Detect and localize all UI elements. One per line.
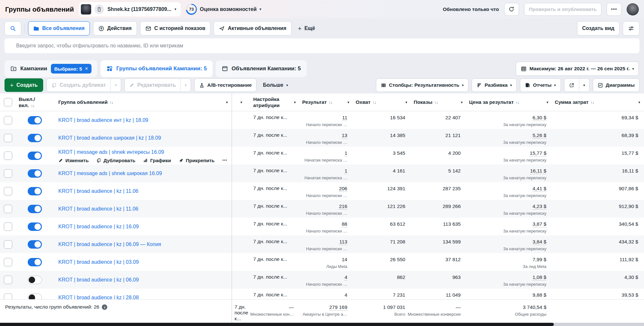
row-toggle[interactable] xyxy=(28,116,42,124)
col-header-reach[interactable]: Охват↑↓▾ xyxy=(353,94,411,111)
col-header-toggle[interactable]: Выкл./ вкл.↑↓ xyxy=(16,94,53,111)
more-actions-button[interactable]: Больше ▾ xyxy=(260,82,291,88)
pin-action[interactable]: Прикрепить xyxy=(179,158,215,163)
adset-name-link[interactable]: KROT | broad audience | kz | 06.09 xyxy=(58,277,232,283)
cpr-value[interactable]: 3,84 $ xyxy=(533,239,546,245)
opportunity-score[interactable]: 73 Оценка возможностей ▾ xyxy=(186,4,261,15)
col-header-collapsed[interactable]: ▾ xyxy=(232,94,251,111)
row-toggle[interactable] xyxy=(28,222,42,231)
row-checkbox[interactable] xyxy=(4,187,12,195)
result-value[interactable]: 1 xyxy=(344,168,347,174)
result-value[interactable]: 13 xyxy=(342,133,347,139)
row-toggle[interactable] xyxy=(28,258,42,266)
duplicate-button[interactable]: Создать дубликат xyxy=(47,79,111,92)
edit-dropdown[interactable]: ▾ xyxy=(180,79,191,92)
adset-name-link[interactable]: KROT | broad audience инт | kz | 18.09 xyxy=(58,117,232,123)
col-header-attribution[interactable]: Настройка атрибуции ▾ xyxy=(251,94,300,111)
cpr-value[interactable]: 4,41 $ xyxy=(533,186,546,192)
horizontal-scrollbar[interactable] xyxy=(0,323,554,326)
more-row-actions[interactable]: ⋯ xyxy=(222,157,227,163)
row-checkbox[interactable] xyxy=(4,258,12,266)
duplicate-dropdown[interactable]: ▾ xyxy=(111,79,121,92)
result-value[interactable]: 4 xyxy=(344,292,347,298)
view-settings-button[interactable] xyxy=(623,21,639,35)
result-value[interactable]: 113 xyxy=(339,239,347,245)
cpr-value[interactable]: 1,08 $ xyxy=(533,274,546,281)
filter-had-delivery[interactable]: С историей показов xyxy=(140,21,211,35)
adset-name-link[interactable]: KROT | broad audience | kz | 11.06 xyxy=(58,188,232,194)
col-header-impressions[interactable]: Показы↑↓▾ xyxy=(411,94,466,111)
breakdown-button[interactable]: Разбивка ▾ xyxy=(472,78,517,92)
duplicate-action[interactable]: Дублировать xyxy=(96,158,135,163)
adset-name-link[interactable]: KROT | broad audience | kz | 06.09 — Коп… xyxy=(58,242,232,247)
row-toggle[interactable] xyxy=(28,240,42,249)
select-all-checkbox[interactable] xyxy=(4,98,12,106)
row-checkbox[interactable] xyxy=(4,152,12,160)
result-value[interactable]: 4 xyxy=(344,274,347,281)
row-checkbox[interactable] xyxy=(4,276,12,284)
refresh-button[interactable] xyxy=(504,3,519,16)
row-checkbox[interactable] xyxy=(4,116,12,124)
row-toggle[interactable] xyxy=(28,134,42,142)
col-header-name[interactable]: Группа объявлений↑↓ ▾ xyxy=(53,94,232,111)
row-checkbox[interactable] xyxy=(4,205,12,213)
filter-active-ads[interactable]: Активные объявления xyxy=(214,21,292,35)
search-filter-button[interactable] xyxy=(5,21,21,35)
date-range-button[interactable]: Максимум: 26 авг 2022 г. — 26 сен 2025 г… xyxy=(516,62,639,76)
columns-button[interactable]: Столбцы: Результативность ▾ xyxy=(376,78,468,92)
result-value[interactable]: 14 xyxy=(342,257,347,262)
row-checkbox[interactable] xyxy=(4,169,12,178)
filter-actions[interactable]: Действия xyxy=(93,21,137,35)
row-toggle[interactable] xyxy=(28,205,42,213)
result-value[interactable]: 88 xyxy=(342,221,347,227)
result-value[interactable]: 1 xyxy=(344,150,347,156)
row-toggle[interactable] xyxy=(28,187,42,195)
edit-button[interactable]: Редактировать xyxy=(125,79,180,92)
search-input[interactable] xyxy=(5,38,639,53)
export-button[interactable] xyxy=(564,79,579,92)
account-selector[interactable]: Shnek.kz (119756977809... ▾ xyxy=(79,2,181,16)
tab-ads[interactable]: Объявления Кампании: 5 xyxy=(216,60,307,77)
charts-button[interactable]: Диаграммы xyxy=(593,78,639,92)
cpr-value[interactable]: 5,26 $ xyxy=(533,133,546,139)
adset-name-link[interactable]: KROT | message ads | shnek широкая 16.09 xyxy=(58,171,232,176)
cpr-value[interactable]: 9,88 $ xyxy=(533,292,546,298)
export-dropdown[interactable]: ▾ xyxy=(579,79,590,92)
row-toggle[interactable] xyxy=(28,169,42,178)
cpr-value[interactable]: 4,23 $ xyxy=(533,203,546,210)
ab-test-button[interactable]: A/B-тестирование xyxy=(194,78,256,92)
filter-all-ads[interactable]: Все объявления xyxy=(28,21,90,35)
result-value[interactable]: 206 xyxy=(339,186,347,192)
review-publish-button[interactable]: Проверить и опубликовать xyxy=(524,3,601,16)
row-toggle[interactable] xyxy=(28,152,42,160)
adset-name-link[interactable]: KROT | broad audience | kz | 16.09 xyxy=(58,224,232,230)
col-header-result[interactable]: Результат↑↓▾ xyxy=(300,94,353,111)
row-checkbox[interactable] xyxy=(4,222,12,231)
filter-more-button[interactable]: + Ещё xyxy=(295,25,318,32)
adset-name-link[interactable]: KROT | broad audience | kz | 11.06 xyxy=(58,206,232,212)
cpr-value[interactable]: 7,99 $ xyxy=(533,257,546,262)
adset-name-link[interactable]: KROT | broad audience широкая | kz | 18.… xyxy=(58,135,232,141)
clear-selection-icon[interactable]: × xyxy=(85,66,88,72)
create-view-button[interactable]: Создать вид xyxy=(577,21,620,35)
result-value[interactable]: 11 xyxy=(342,115,347,121)
create-button[interactable]: + Создать xyxy=(5,78,43,92)
row-toggle[interactable] xyxy=(28,276,42,284)
info-icon[interactable]: i xyxy=(102,304,107,310)
adset-name-link[interactable]: KROT | message ads | shnek интересы 16.0… xyxy=(58,149,232,155)
user-avatar[interactable] xyxy=(627,3,639,15)
reports-button[interactable]: Отчеты ▾ xyxy=(520,78,561,92)
tab-campaigns[interactable]: Кампании Выбрано: 5 × xyxy=(5,60,97,77)
row-checkbox[interactable] xyxy=(4,240,12,249)
charts-action[interactable]: Графики xyxy=(143,158,171,163)
cpr-value[interactable]: 3,87 $ xyxy=(533,221,546,227)
edit-action[interactable]: Изменить xyxy=(58,158,89,163)
cpr-value[interactable]: 16,11 $ xyxy=(530,168,546,174)
cpr-value[interactable]: 15,77 $ xyxy=(530,150,546,156)
row-checkbox[interactable] xyxy=(4,134,12,142)
cpr-value[interactable]: 6,30 $ xyxy=(533,115,546,121)
more-options-button[interactable]: ⋯ xyxy=(607,3,621,16)
adset-name-link[interactable]: KROT | broad audience | kz | 03.09 xyxy=(58,259,232,265)
col-header-cost-per-result[interactable]: Цена за результат↑↓▾ xyxy=(466,94,552,111)
tab-adsets[interactable]: Группы объявлений Кампании: 5 xyxy=(101,60,213,77)
